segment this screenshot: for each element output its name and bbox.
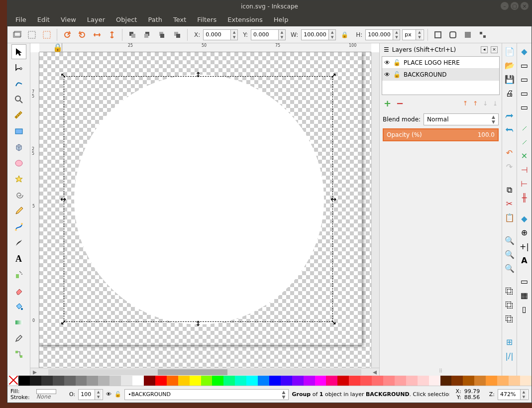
lock-aspect-icon[interactable]: 🔒 <box>338 28 351 41</box>
color-swatch[interactable] <box>383 376 395 386</box>
color-swatch[interactable] <box>337 376 349 386</box>
menu-extensions[interactable]: Extensions <box>222 14 268 25</box>
new-doc-icon[interactable]: 📄 <box>504 45 516 57</box>
visibility-icon[interactable]: 👁 <box>384 71 390 78</box>
no-color-swatch[interactable] <box>9 376 18 385</box>
clone-icon[interactable]: ⿻ <box>504 299 516 311</box>
color-swatch[interactable] <box>497 376 509 386</box>
layer-row[interactable]: 👁 🔓 BACKGROUND <box>382 69 499 81</box>
handle-e[interactable]: ↔ <box>330 196 337 203</box>
lock-icon[interactable]: 🔓 <box>393 71 401 78</box>
undo-icon[interactable]: ↶ <box>504 147 516 159</box>
color-swatch[interactable] <box>98 376 109 386</box>
star-tool[interactable] <box>11 172 26 187</box>
layer-name[interactable]: PLACE LOGO HERE <box>404 59 460 66</box>
menu-text[interactable]: Text <box>168 14 191 25</box>
zoom-draw-icon[interactable]: 🔍 <box>504 248 516 260</box>
zoom-page-icon[interactable]: 🔍 <box>504 262 516 274</box>
snap-line-icon[interactable]: ╫ <box>519 192 531 204</box>
select-all-icon[interactable] <box>25 28 38 41</box>
layer-up-icon[interactable]: ↑ <box>473 100 478 107</box>
eraser-tool[interactable] <box>11 283 26 298</box>
color-swatch[interactable] <box>451 376 463 386</box>
snap-path-icon[interactable]: ⟋ <box>519 136 531 148</box>
select-all-layers-icon[interactable] <box>10 28 23 41</box>
color-swatch[interactable] <box>372 376 383 386</box>
flip-v-icon[interactable] <box>106 28 118 41</box>
color-swatch[interactable] <box>53 376 64 386</box>
master-opacity-input[interactable]: ▲▼ <box>78 389 103 400</box>
snap-edge-icon[interactable]: ▭ <box>519 73 531 85</box>
x-input[interactable]: ▲▼ <box>203 29 238 40</box>
color-swatch[interactable] <box>269 376 281 386</box>
snap-rotation-icon[interactable]: +| <box>519 240 531 252</box>
3dbox-tool[interactable] <box>11 140 26 155</box>
color-swatch[interactable] <box>87 376 98 386</box>
snap-others-icon[interactable]: ◆ <box>519 212 531 224</box>
tweak-tool[interactable] <box>11 76 26 91</box>
color-swatch[interactable] <box>76 376 87 386</box>
lock-icon[interactable]: 🔓 <box>393 59 401 66</box>
y-input[interactable]: ▲▼ <box>251 29 286 40</box>
color-swatch[interactable] <box>30 376 41 386</box>
color-swatch[interactable] <box>132 376 144 386</box>
color-swatch[interactable] <box>463 376 474 386</box>
color-swatch[interactable] <box>41 376 53 386</box>
snap-intersect-icon[interactable]: ✕ <box>519 150 531 162</box>
lower-icon[interactable] <box>156 28 169 41</box>
panel-grip-icon[interactable]: ⠿ <box>382 368 500 374</box>
raise-top-icon[interactable] <box>126 28 139 41</box>
deselect-icon[interactable] <box>40 28 53 41</box>
ruler-vertical[interactable]: 0 7 5 5 2 5 <box>30 52 39 368</box>
color-swatch[interactable] <box>18 376 30 386</box>
color-swatch[interactable] <box>326 376 337 386</box>
scrollbar-vertical[interactable] <box>371 52 379 368</box>
snap-grid-icon[interactable]: ▦ <box>519 289 531 301</box>
snap-page-icon[interactable]: ▭ <box>519 275 531 287</box>
color-swatch[interactable] <box>440 376 452 386</box>
menu-edit[interactable]: Edit <box>32 14 55 25</box>
cut-icon[interactable]: ✂ <box>504 198 516 209</box>
handle-nw[interactable]: ↖ <box>60 72 67 79</box>
panel-close-icon[interactable]: × <box>491 46 498 53</box>
zoom-tool[interactable] <box>11 92 26 107</box>
color-swatch[interactable] <box>155 376 167 386</box>
color-swatch[interactable] <box>64 376 76 386</box>
copy-icon[interactable]: ⧉ <box>504 184 516 196</box>
rotate-ccw-icon[interactable] <box>61 28 74 41</box>
color-swatch[interactable] <box>360 376 372 386</box>
handle-s[interactable]: ↕ <box>195 320 202 327</box>
blend-mode-select[interactable]: Normal ▲▼ <box>424 113 499 125</box>
text-tool[interactable]: A <box>11 251 26 266</box>
add-layer-icon[interactable]: + <box>384 98 391 108</box>
selector-tool[interactable] <box>11 44 26 59</box>
w-input[interactable]: ▲▼ <box>301 29 336 40</box>
menu-help[interactable]: Help <box>269 14 294 25</box>
bezier-tool[interactable] <box>11 219 26 234</box>
color-swatch[interactable] <box>315 376 326 386</box>
pencil-tool[interactable] <box>11 204 26 218</box>
gradient-tool[interactable] <box>11 315 26 330</box>
color-swatch[interactable] <box>190 376 201 386</box>
snap-smooth-icon[interactable]: ⊢ <box>519 178 531 190</box>
opacity-input[interactable]: Opacity (%) 100.0 <box>383 128 499 141</box>
visibility-icon[interactable]: 👁 <box>384 59 390 66</box>
redo-icon[interactable]: ↷ <box>504 161 516 173</box>
save-icon[interactable]: 💾 <box>504 73 516 85</box>
spray-tool[interactable] <box>11 267 26 282</box>
calligraphy-tool[interactable] <box>11 235 26 250</box>
stroke-value[interactable]: None <box>36 394 66 400</box>
rect-tool[interactable] <box>11 124 26 139</box>
flip-h-icon[interactable] <box>91 28 104 41</box>
unlink-icon[interactable]: ⿻ <box>504 313 516 325</box>
unit-select[interactable]: ▲▼ <box>402 29 424 40</box>
layer-down-icon[interactable]: ↓ <box>483 100 488 107</box>
color-swatch[interactable] <box>486 376 497 386</box>
rotate-cw-icon[interactable] <box>76 28 89 41</box>
canvas[interactable]: ↖ ↕ ↗ ↔ ↔ ↙ ↕ ↘ <box>39 52 371 368</box>
color-swatch[interactable] <box>292 376 304 386</box>
h-input[interactable]: ▲▼ <box>365 29 400 40</box>
raise-icon[interactable] <box>141 28 154 41</box>
scrollbar-horizontal[interactable]: ▸ ◂ <box>30 368 379 376</box>
remove-layer-icon[interactable]: − <box>396 98 404 108</box>
